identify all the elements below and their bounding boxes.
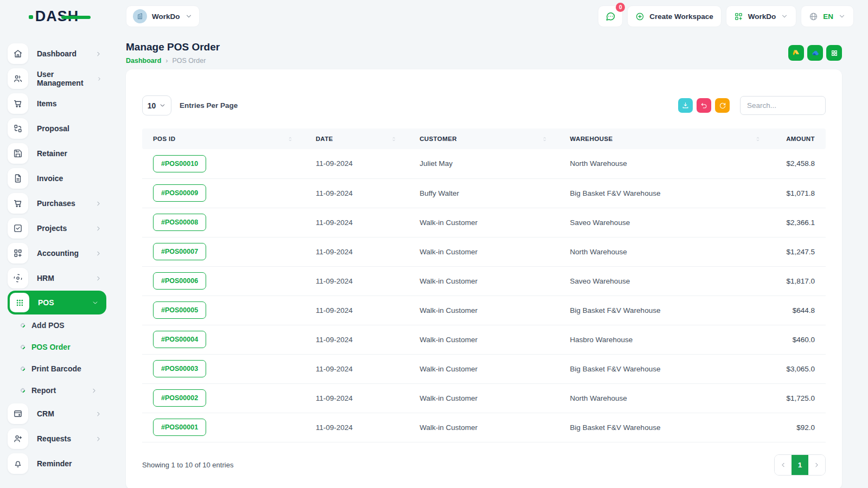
sidebar-item-retainer[interactable]: Retainer	[8, 141, 114, 166]
pos-id-link[interactable]: #POS00001	[153, 419, 206, 436]
chevron-right-icon	[95, 50, 102, 57]
pos-id-link[interactable]: #POS00002	[153, 389, 206, 407]
breadcrumb-dashboard-link[interactable]: Dashboard	[126, 57, 161, 65]
brand-logo[interactable]: DASH	[35, 8, 79, 25]
save-icon	[8, 143, 28, 164]
sidebar-item-label: CRM	[37, 409, 54, 418]
company-selector[interactable]: WorkDo	[726, 5, 797, 27]
chevron-right-icon	[95, 435, 102, 442]
column-header-customer[interactable]: CUSTOMER	[409, 129, 559, 149]
customer-cell: Walk-in Customer	[409, 208, 559, 237]
amount-cell: $460.0	[773, 325, 826, 354]
page-header: Manage POS Order Dashboard › POS Order	[126, 41, 842, 65]
company-name: WorkDo	[748, 12, 776, 21]
sidebar-subitem-report[interactable]: Report	[8, 380, 114, 401]
sidebar-item-crm[interactable]: CRM	[8, 401, 114, 426]
refresh-button[interactable]	[715, 98, 730, 113]
warehouse-cell: North Warehouse	[559, 149, 773, 178]
table-row: #POS00002 11-09-2024 Walk-in Customer No…	[142, 383, 826, 413]
user-plus-icon	[8, 428, 28, 449]
export-button[interactable]	[678, 98, 693, 113]
sidebar-item-pos[interactable]: POS	[8, 291, 106, 314]
sidebar-item-hrm[interactable]: HRM	[8, 266, 114, 291]
pos-id-link[interactable]: #POS00007	[153, 243, 206, 260]
crm-icon	[8, 403, 28, 424]
amount-cell: $2,366.1	[773, 208, 826, 237]
pos-id-link[interactable]: #POS00010	[153, 155, 206, 172]
grid-view-button[interactable]	[826, 45, 842, 61]
file-icon	[8, 168, 28, 189]
pos-id-link[interactable]: #POS00008	[153, 214, 206, 231]
subitem-label: Report	[31, 386, 56, 395]
sidebar-item-requests[interactable]: Requests	[8, 426, 114, 451]
chevron-down-icon	[781, 12, 788, 20]
sidebar-item-dashboard[interactable]: Dashboard	[8, 41, 114, 66]
pos-id-link[interactable]: #POS00003	[153, 360, 206, 377]
column-header-warehouse[interactable]: WAREHOUSE	[559, 129, 773, 149]
sort-icon[interactable]	[541, 136, 548, 143]
cart-icon	[8, 93, 28, 114]
chevron-right-icon	[95, 410, 102, 418]
messages-button[interactable]: 0	[598, 5, 623, 27]
table-row: #POS00010 11-09-2024 Juliet May North Wa…	[142, 149, 826, 178]
sidebar-item-proposal[interactable]: Proposal	[8, 116, 114, 141]
pos-id-link[interactable]: #POS00005	[153, 301, 206, 319]
sidebar: Dashboard User Management Items Proposal…	[0, 33, 114, 488]
customer-cell: Walk-in Customer	[409, 237, 559, 266]
sidebar-item-invoice[interactable]: Invoice	[8, 166, 114, 191]
column-header-pos-id[interactable]: POS ID	[142, 129, 305, 149]
language-selector[interactable]: EN	[801, 5, 854, 27]
table-row: #POS00005 11-09-2024 Walk-in Customer Bi…	[142, 296, 826, 325]
onedrive-export-button[interactable]	[807, 45, 823, 61]
breadcrumb-current: POS Order	[172, 57, 206, 65]
sidebar-item-label: Reminder	[37, 459, 72, 468]
sidebar-subitem-print-barcode[interactable]: Print Barcode	[8, 358, 114, 380]
sidebar-subitem-pos-order[interactable]: POS Order	[8, 336, 114, 358]
date-cell: 11-09-2024	[305, 296, 409, 325]
sidebar-item-accounting[interactable]: Accounting	[8, 241, 114, 266]
sidebar-item-items[interactable]: Items	[8, 91, 114, 116]
sidebar-item-reminder[interactable]: Reminder	[8, 451, 114, 476]
reset-button[interactable]	[697, 98, 711, 113]
pos-id-link[interactable]: #POS00004	[153, 331, 206, 348]
create-workspace-button[interactable]: Create Workspace	[627, 5, 722, 27]
sort-icon[interactable]	[287, 136, 294, 143]
warehouse-cell: Hasbro Warehouse	[559, 325, 773, 354]
google-drive-export-button[interactable]	[788, 45, 804, 61]
chevron-right-icon	[91, 387, 98, 394]
table-row: #POS00001 11-09-2024 Walk-in Customer Bi…	[142, 413, 826, 442]
date-cell: 11-09-2024	[305, 208, 409, 237]
sidebar-item-label: Projects	[37, 224, 67, 233]
sidebar-subitem-add-pos[interactable]: Add POS	[8, 314, 114, 336]
column-header-date[interactable]: DATE	[305, 129, 409, 149]
pagination-prev-button[interactable]	[775, 455, 792, 475]
sidebar-item-user-management[interactable]: User Management	[8, 66, 114, 91]
sidebar-item-label: Accounting	[37, 249, 79, 258]
sort-icon[interactable]	[391, 136, 398, 143]
pagination-next-button[interactable]	[808, 455, 825, 475]
undo-icon	[700, 102, 708, 110]
pagination-page-1[interactable]: 1	[792, 455, 808, 475]
date-cell: 11-09-2024	[305, 325, 409, 354]
warehouse-cell: Big Basket F&V Warehouse	[559, 178, 773, 208]
warehouse-cell: Saveo Warehouse	[559, 266, 773, 296]
pos-id-link[interactable]: #POS00009	[153, 184, 206, 202]
table-row: #POS00007 11-09-2024 Walk-in Customer No…	[142, 237, 826, 266]
sidebar-item-projects[interactable]: Projects	[8, 216, 114, 241]
amount-cell: $92.0	[773, 413, 826, 442]
pos-id-link[interactable]: #POS00006	[153, 272, 206, 290]
workspace-selector[interactable]: WorkDo	[126, 5, 200, 27]
date-cell: 11-09-2024	[305, 383, 409, 413]
home-icon	[8, 43, 28, 64]
customer-cell: Buffy Walter	[409, 178, 559, 208]
sidebar-item-purchases[interactable]: Purchases	[8, 191, 114, 216]
column-header-amount[interactable]: AMOUNT	[773, 129, 826, 149]
table-row: #POS00006 11-09-2024 Walk-in Customer Sa…	[142, 266, 826, 296]
logo-zone: DASH	[0, 8, 114, 25]
customer-cell: Walk-in Customer	[409, 325, 559, 354]
date-cell: 11-09-2024	[305, 354, 409, 383]
sort-icon[interactable]	[755, 136, 762, 143]
search-input[interactable]	[740, 96, 826, 115]
entries-per-page-select[interactable]: 10	[142, 95, 171, 115]
table-actions	[678, 96, 826, 115]
